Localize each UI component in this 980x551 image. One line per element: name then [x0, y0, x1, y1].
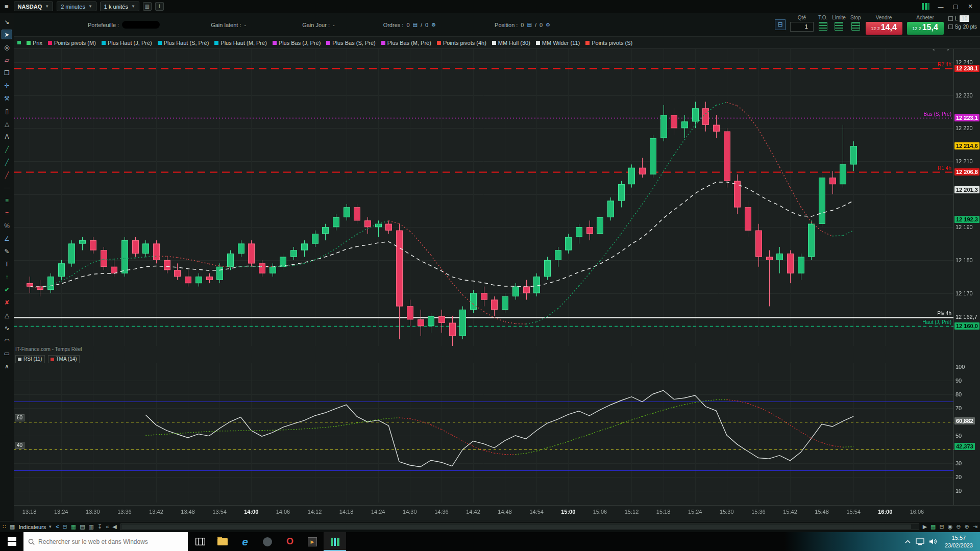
copy-tool[interactable]: ❒ [2, 68, 12, 78]
indicators-dropdown[interactable]: Indicateurs ▼ [18, 524, 52, 530]
column-view-icon[interactable]: ▥ [89, 524, 94, 530]
opera-app[interactable]: O [279, 532, 301, 551]
hline-tool[interactable]: — [2, 183, 12, 192]
legend-item-plus-bas-m[interactable]: Plus Bas (M, Pré) [381, 40, 431, 46]
file-explorer-app[interactable] [211, 532, 234, 551]
tools-tool[interactable]: ⚒ [2, 93, 12, 103]
rsi-legend-item-1[interactable]: TMA (14) [48, 355, 80, 363]
rsi-legend-item-0[interactable]: RSI (11) [15, 355, 45, 363]
trendline-teal-tool[interactable]: ╱ [2, 157, 12, 167]
menu-icon[interactable]: ≡ [3, 3, 10, 10]
pencil-tool[interactable]: ✎ [2, 246, 12, 256]
volume-tray-icon[interactable] [929, 538, 937, 545]
users-icon[interactable]: ◉ [948, 524, 953, 530]
trendline-red-tool[interactable]: ╱ [2, 170, 12, 180]
calendar-icon[interactable]: ▦ [930, 524, 936, 530]
quantity-input[interactable] [790, 22, 814, 32]
zoom-in-icon[interactable]: ⊕ [965, 524, 969, 530]
stop-order-icon[interactable] [851, 22, 860, 31]
palette-icon[interactable]: ∷ [3, 524, 6, 530]
delete-drawing-tool[interactable]: ✘ [2, 297, 12, 307]
units-select[interactable]: 1 k unités▼ [100, 2, 139, 11]
table-icon[interactable]: ▦ [71, 524, 76, 530]
label-tool[interactable]: T [2, 259, 12, 269]
draw-pointer-tool[interactable]: ↘ [2, 17, 12, 27]
trash-tool[interactable]: ▯ [2, 106, 12, 116]
eraser-tool[interactable]: ▱ [2, 55, 12, 65]
buy-button[interactable]: 12 2 15,4 [907, 22, 944, 35]
task-view-button[interactable] [189, 532, 211, 551]
legend-item-plus-haut-m[interactable]: Plus Haut (M, Pré) [214, 40, 266, 46]
arrow-up-tool[interactable]: ↑ [2, 272, 12, 282]
print-orders-icon[interactable]: ⊟ [775, 19, 786, 30]
percent-tool[interactable]: % [2, 221, 12, 231]
sell-button[interactable]: 12 2 14,4 [866, 22, 902, 35]
alert-tool[interactable]: △ [2, 119, 12, 129]
edge-app[interactable]: e [234, 532, 256, 551]
leverage-checkbox[interactable] [948, 16, 953, 21]
validate-tool[interactable]: ✔ [2, 285, 12, 294]
legend-item-mm-hull-30[interactable]: MM Hull (30) [492, 40, 530, 46]
fibonacci-tool[interactable]: ≡ [2, 195, 12, 205]
legend-item-prix[interactable]: Prix [27, 40, 42, 46]
rectangle-tool[interactable]: ▭ [2, 348, 12, 358]
legend-item-plus-haut-s[interactable]: Plus Haut (S, Pré) [158, 40, 209, 46]
zoom-tool[interactable]: ◎ [2, 42, 12, 52]
export-icon[interactable]: ↧ [97, 524, 102, 530]
print-chart-icon[interactable]: ⊟ [940, 524, 944, 530]
list-view-icon[interactable]: ▤ [80, 524, 85, 530]
minimize-button[interactable]: — [934, 2, 947, 11]
triangle-tool[interactable]: △ [2, 310, 12, 320]
info-icon[interactable]: i [155, 2, 164, 11]
chart-type-icon[interactable]: ▥ [143, 2, 152, 11]
scroll-right-icon[interactable]: ▶ [923, 524, 927, 530]
zigzag-tool[interactable]: ∧ [2, 361, 12, 371]
chart-scrollbar[interactable] [120, 523, 919, 530]
maximize-button[interactable]: ▢ [949, 2, 962, 11]
position-list-icon[interactable]: ▤ [527, 22, 531, 28]
orders-list-icon[interactable]: ▤ [413, 22, 418, 28]
collapse-icon[interactable]: « [106, 524, 109, 530]
angle-tool[interactable]: ∠ [2, 234, 12, 243]
close-button[interactable]: ✕ [964, 2, 977, 11]
scroll-left-icon[interactable]: ◀ [112, 524, 116, 530]
sg-checkbox[interactable] [948, 24, 953, 29]
tray-expand-chevron-icon[interactable] [904, 539, 911, 544]
legend-item-points-pivots-s[interactable]: Points pivots (S) [585, 40, 632, 46]
to-order-icon[interactable] [819, 22, 827, 31]
pan-right-icon[interactable]: ⇥ [973, 524, 977, 530]
instrument-select[interactable]: NASDAQ▼ [14, 2, 54, 11]
share-icon[interactable]: < [56, 524, 59, 530]
legend-item-mm-wilder-11[interactable]: MM Wilder (11) [536, 40, 580, 46]
trendline-green-tool[interactable]: ╱ [2, 144, 12, 154]
trading-app[interactable] [324, 532, 346, 551]
move-tool[interactable]: ✛ [2, 81, 12, 90]
wave-tool[interactable]: ∿ [2, 323, 12, 333]
taskbar-clock[interactable]: 15:57 23/02/2023 [942, 534, 976, 549]
time-axis[interactable] [14, 505, 980, 521]
legend-item-plus-bas-j[interactable]: Plus Bas (J, Pré) [273, 40, 321, 46]
chart-settings-icon[interactable]: ▦ [10, 524, 15, 530]
orders-settings-icon[interactable]: ⚙ [431, 22, 436, 28]
search-input[interactable] [38, 538, 183, 545]
leverage-value[interactable]: 10 [960, 15, 969, 22]
legend-item-plus-haut-j[interactable]: Plus Haut (J, Pré) [102, 40, 152, 46]
network-tray-icon[interactable] [916, 538, 924, 545]
timeframe-select[interactable]: 2 minutes▼ [57, 2, 96, 11]
legend-toggle-icon[interactable] [17, 41, 21, 44]
media-app[interactable]: ▶ [301, 532, 324, 551]
legend-item-points-pivots-m[interactable]: Points pivots (M) [48, 40, 96, 46]
cursor-tool[interactable]: ➤ [2, 30, 12, 39]
text-tool[interactable]: A [2, 132, 12, 141]
store-app[interactable] [256, 532, 279, 551]
price-chart-canvas[interactable] [14, 49, 953, 346]
start-button[interactable] [0, 532, 23, 551]
taskbar-search[interactable] [23, 532, 188, 551]
position-settings-icon[interactable]: ⚙ [546, 22, 550, 28]
levels-tool[interactable]: = [2, 208, 12, 218]
legend-item-points-pivots-4h[interactable]: Points pivots (4h) [437, 40, 486, 46]
zoom-out-icon[interactable]: ⊖ [956, 524, 961, 530]
scrollbar-thumb[interactable] [121, 524, 911, 529]
arc-tool[interactable]: ◠ [2, 336, 12, 345]
limit-order-icon[interactable] [835, 22, 843, 31]
